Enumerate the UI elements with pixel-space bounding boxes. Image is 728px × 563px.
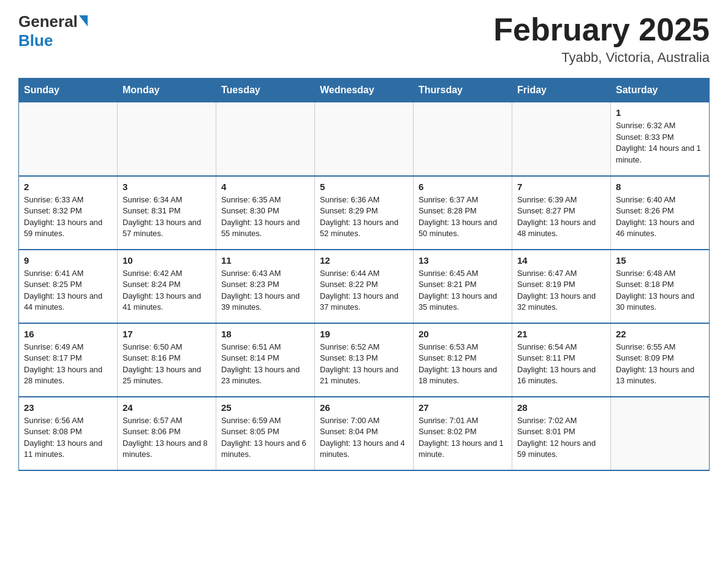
day-info: Sunrise: 6:36 AM Sunset: 8:29 PM Dayligh… — [320, 194, 408, 240]
table-row: 26Sunrise: 7:00 AM Sunset: 8:04 PM Dayli… — [315, 397, 414, 470]
day-info: Sunrise: 6:42 AM Sunset: 8:24 PM Dayligh… — [123, 268, 211, 313]
table-row: 10Sunrise: 6:42 AM Sunset: 8:24 PM Dayli… — [118, 250, 216, 323]
logo: General Blue — [18, 12, 88, 50]
table-row: 23Sunrise: 6:56 AM Sunset: 8:08 PM Dayli… — [19, 397, 118, 470]
logo-arrow-icon — [79, 15, 88, 26]
logo-blue-text: Blue — [18, 31, 88, 50]
table-row: 7Sunrise: 6:39 AM Sunset: 8:27 PM Daylig… — [512, 176, 611, 250]
calendar-title: February 2025 — [493, 12, 710, 47]
table-row: 24Sunrise: 6:57 AM Sunset: 8:06 PM Dayli… — [118, 397, 216, 470]
day-info: Sunrise: 6:44 AM Sunset: 8:22 PM Dayligh… — [320, 268, 408, 313]
day-info: Sunrise: 6:37 AM Sunset: 8:28 PM Dayligh… — [419, 194, 507, 240]
day-number: 4 — [221, 182, 309, 192]
day-info: Sunrise: 6:34 AM Sunset: 8:31 PM Dayligh… — [123, 194, 211, 240]
table-row — [118, 102, 216, 176]
day-number: 2 — [24, 182, 112, 192]
day-number: 7 — [517, 182, 605, 192]
table-row: 3Sunrise: 6:34 AM Sunset: 8:31 PM Daylig… — [118, 176, 216, 250]
col-friday: Friday — [512, 79, 611, 102]
table-row: 19Sunrise: 6:52 AM Sunset: 8:13 PM Dayli… — [315, 323, 414, 397]
table-row: 2Sunrise: 6:33 AM Sunset: 8:32 PM Daylig… — [19, 176, 118, 250]
table-row: 5Sunrise: 6:36 AM Sunset: 8:29 PM Daylig… — [315, 176, 414, 250]
table-row — [19, 102, 118, 176]
calendar-title-block: February 2025 Tyabb, Victoria, Australia — [493, 12, 710, 66]
day-info: Sunrise: 6:57 AM Sunset: 8:06 PM Dayligh… — [123, 415, 211, 461]
col-sunday: Sunday — [19, 79, 118, 102]
day-number: 17 — [123, 329, 211, 339]
day-info: Sunrise: 6:48 AM Sunset: 8:18 PM Dayligh… — [616, 268, 704, 313]
table-row: 18Sunrise: 6:51 AM Sunset: 8:14 PM Dayli… — [216, 323, 315, 397]
table-row: 8Sunrise: 6:40 AM Sunset: 8:26 PM Daylig… — [611, 176, 710, 250]
table-row — [315, 102, 414, 176]
table-row: 27Sunrise: 7:01 AM Sunset: 8:02 PM Dayli… — [414, 397, 512, 470]
table-row: 6Sunrise: 6:37 AM Sunset: 8:28 PM Daylig… — [414, 176, 512, 250]
day-info: Sunrise: 6:41 AM Sunset: 8:25 PM Dayligh… — [24, 268, 112, 313]
day-info: Sunrise: 6:50 AM Sunset: 8:16 PM Dayligh… — [123, 342, 211, 387]
day-number: 24 — [123, 402, 211, 413]
day-info: Sunrise: 6:43 AM Sunset: 8:23 PM Dayligh… — [221, 268, 309, 313]
day-number: 11 — [221, 255, 309, 266]
day-number: 14 — [517, 255, 605, 266]
day-info: Sunrise: 7:00 AM Sunset: 8:04 PM Dayligh… — [320, 415, 408, 461]
table-row: 1Sunrise: 6:32 AM Sunset: 8:33 PM Daylig… — [611, 102, 710, 176]
day-info: Sunrise: 6:33 AM Sunset: 8:32 PM Dayligh… — [24, 194, 112, 240]
table-row — [216, 102, 315, 176]
calendar-header-row: Sunday Monday Tuesday Wednesday Thursday… — [19, 79, 710, 102]
day-info: Sunrise: 6:35 AM Sunset: 8:30 PM Dayligh… — [221, 194, 309, 240]
day-number: 20 — [419, 329, 507, 339]
day-info: Sunrise: 7:02 AM Sunset: 8:01 PM Dayligh… — [517, 415, 605, 461]
day-info: Sunrise: 7:01 AM Sunset: 8:02 PM Dayligh… — [419, 415, 507, 461]
day-number: 19 — [320, 329, 408, 339]
col-tuesday: Tuesday — [216, 79, 315, 102]
day-number: 13 — [419, 255, 507, 266]
day-number: 28 — [517, 402, 605, 413]
logo-general-text: General — [18, 12, 78, 31]
day-number: 3 — [123, 182, 211, 192]
day-info: Sunrise: 6:40 AM Sunset: 8:26 PM Dayligh… — [616, 194, 704, 240]
table-row: 12Sunrise: 6:44 AM Sunset: 8:22 PM Dayli… — [315, 250, 414, 323]
day-info: Sunrise: 6:52 AM Sunset: 8:13 PM Dayligh… — [320, 342, 408, 387]
table-row: 17Sunrise: 6:50 AM Sunset: 8:16 PM Dayli… — [118, 323, 216, 397]
day-info: Sunrise: 6:39 AM Sunset: 8:27 PM Dayligh… — [517, 194, 605, 240]
table-row — [611, 397, 710, 470]
day-info: Sunrise: 6:47 AM Sunset: 8:19 PM Dayligh… — [517, 268, 605, 313]
day-number: 6 — [419, 182, 507, 192]
day-info: Sunrise: 6:45 AM Sunset: 8:21 PM Dayligh… — [419, 268, 507, 313]
day-number: 12 — [320, 255, 408, 266]
day-number: 10 — [123, 255, 211, 266]
day-info: Sunrise: 6:51 AM Sunset: 8:14 PM Dayligh… — [221, 342, 309, 387]
day-number: 23 — [24, 402, 112, 413]
table-row: 4Sunrise: 6:35 AM Sunset: 8:30 PM Daylig… — [216, 176, 315, 250]
day-info: Sunrise: 6:56 AM Sunset: 8:08 PM Dayligh… — [24, 415, 112, 461]
day-number: 22 — [616, 329, 704, 339]
table-row: 11Sunrise: 6:43 AM Sunset: 8:23 PM Dayli… — [216, 250, 315, 323]
table-row: 15Sunrise: 6:48 AM Sunset: 8:18 PM Dayli… — [611, 250, 710, 323]
day-info: Sunrise: 6:49 AM Sunset: 8:17 PM Dayligh… — [24, 342, 112, 387]
day-number: 15 — [616, 255, 704, 266]
day-number: 21 — [517, 329, 605, 339]
table-row — [512, 102, 611, 176]
col-wednesday: Wednesday — [315, 79, 414, 102]
day-number: 25 — [221, 402, 309, 413]
table-row: 21Sunrise: 6:54 AM Sunset: 8:11 PM Dayli… — [512, 323, 611, 397]
day-number: 27 — [419, 402, 507, 413]
table-row: 9Sunrise: 6:41 AM Sunset: 8:25 PM Daylig… — [19, 250, 118, 323]
col-monday: Monday — [118, 79, 216, 102]
day-number: 18 — [221, 329, 309, 339]
table-row: 16Sunrise: 6:49 AM Sunset: 8:17 PM Dayli… — [19, 323, 118, 397]
day-info: Sunrise: 6:54 AM Sunset: 8:11 PM Dayligh… — [517, 342, 605, 387]
day-info: Sunrise: 6:55 AM Sunset: 8:09 PM Dayligh… — [616, 342, 704, 387]
calendar-table: Sunday Monday Tuesday Wednesday Thursday… — [18, 78, 710, 471]
table-row: 25Sunrise: 6:59 AM Sunset: 8:05 PM Dayli… — [216, 397, 315, 470]
day-number: 9 — [24, 255, 112, 266]
day-number: 5 — [320, 182, 408, 192]
day-info: Sunrise: 6:53 AM Sunset: 8:12 PM Dayligh… — [419, 342, 507, 387]
table-row: 14Sunrise: 6:47 AM Sunset: 8:19 PM Dayli… — [512, 250, 611, 323]
day-info: Sunrise: 6:59 AM Sunset: 8:05 PM Dayligh… — [221, 415, 309, 461]
table-row — [414, 102, 512, 176]
day-number: 26 — [320, 402, 408, 413]
col-saturday: Saturday — [611, 79, 710, 102]
table-row: 20Sunrise: 6:53 AM Sunset: 8:12 PM Dayli… — [414, 323, 512, 397]
table-row: 13Sunrise: 6:45 AM Sunset: 8:21 PM Dayli… — [414, 250, 512, 323]
calendar-subtitle: Tyabb, Victoria, Australia — [493, 50, 710, 66]
